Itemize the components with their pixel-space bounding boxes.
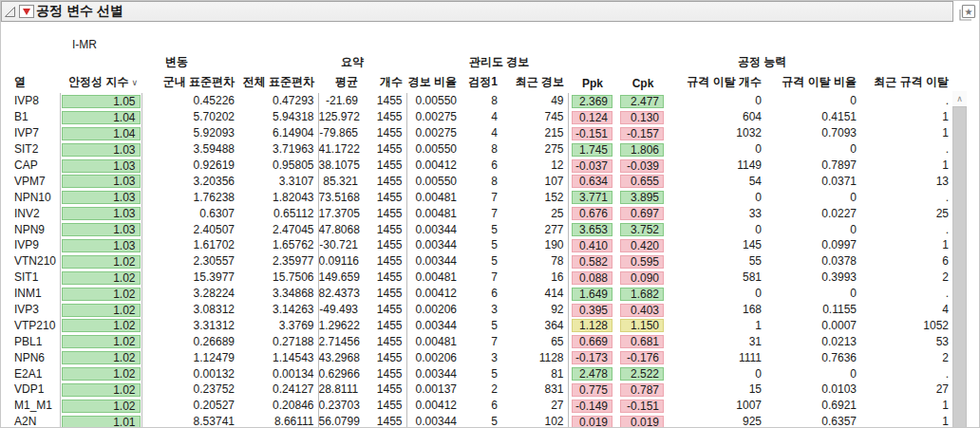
cell-oos_count: 0 <box>669 93 765 109</box>
cell-stability: 1.05 <box>60 93 141 109</box>
cell-ppk: -0.151 <box>568 125 617 141</box>
cell-recent_oos: 4 <box>860 302 952 318</box>
column-header-oos_rate[interactable]: 규격 이탈 비율 <box>765 72 860 93</box>
cell-alarm_rate: 0.00344 <box>406 237 461 253</box>
ppk-value-box: 1.649 <box>572 288 613 301</box>
cell-oos_rate: 0.7636 <box>765 349 860 365</box>
cell-ppk: 0.582 <box>568 253 617 270</box>
column-header-test1[interactable]: 검정1 <box>461 72 501 93</box>
table-row[interactable]: M1_M11.020.205270.208460.2370314550.0041… <box>1 398 952 414</box>
cell-oos_rate: 0.0007 <box>765 317 860 333</box>
cell-col: SIT2 <box>1 141 60 158</box>
table-row[interactable]: NPN91.032.405072.4704547.806814550.00344… <box>1 221 952 237</box>
cell-recent_alarm: 215 <box>501 125 568 141</box>
table-row[interactable]: A2N1.018.537418.6611156.079914550.003445… <box>1 414 952 428</box>
scrollbar-thumb[interactable] <box>952 106 967 428</box>
table-row[interactable]: E2A11.020.001320.001340.6296614550.00344… <box>1 365 952 381</box>
cell-alarm_rate: 0.00275 <box>406 109 461 125</box>
table-row[interactable]: IVP91.031.617021.65762-30.72114550.00344… <box>1 237 952 253</box>
cell-recent_oos: 1 <box>860 158 952 174</box>
cell-overall_sd: 0.65112 <box>238 205 318 221</box>
cell-within_sd: 15.3977 <box>141 270 238 286</box>
column-header-mean[interactable]: 평균 <box>318 72 362 93</box>
cell-count: 1455 <box>362 173 406 189</box>
table-row[interactable]: PBL11.020.266890.271882.7145614550.00481… <box>1 333 952 349</box>
column-header-count[interactable]: 개수 <box>362 72 406 93</box>
cell-test1: 6 <box>461 158 501 174</box>
table-row[interactable]: SIT11.0215.397715.7506149.65914550.00481… <box>1 270 952 286</box>
column-header-recent_oos[interactable]: 최근 규격 이탈 <box>860 72 952 93</box>
column-header-ppk[interactable]: Ppk <box>568 72 617 93</box>
cell-within_sd: 8.53741 <box>141 414 238 428</box>
scrollbar-up-button[interactable]: ∧ <box>952 91 967 106</box>
cell-recent_alarm: 12 <box>501 158 568 174</box>
cell-oos_rate: 0 <box>765 141 860 158</box>
cell-within_sd: 3.31312 <box>141 317 238 333</box>
table-row[interactable]: SIT21.033.594883.7196341.172214550.00550… <box>1 141 952 158</box>
column-header-recent_alarm[interactable]: 최근 경보 <box>501 72 568 93</box>
cell-oos_rate: 0.0997 <box>765 237 860 253</box>
table-row[interactable]: CAP1.030.926190.9580538.107514550.004126… <box>1 158 952 174</box>
table-row[interactable]: VDP11.020.237520.2412728.811114550.00137… <box>1 381 952 398</box>
table-row[interactable]: B11.045.702025.94318125.97214550.0027547… <box>1 109 952 125</box>
stability-value-box: 1.03 <box>62 191 141 204</box>
ppk-value-box: 3.771 <box>572 191 613 204</box>
stability-value-box: 1.02 <box>62 319 141 332</box>
cell-mean: 149.659 <box>318 270 362 286</box>
cell-stability: 1.03 <box>60 141 141 158</box>
cell-recent_oos: 1 <box>860 414 952 428</box>
table-row[interactable]: NPN101.031.762381.8204373.516814550.0048… <box>1 189 952 205</box>
window-dock-button[interactable]: ★ <box>957 4 977 22</box>
cell-ppk: 1.649 <box>568 286 617 302</box>
column-header-col[interactable]: 열 <box>1 72 60 93</box>
star-document-icon: ★ <box>957 4 977 22</box>
cell-cpk: -0.039 <box>617 158 669 174</box>
cell-col: B1 <box>1 109 60 125</box>
stability-value-box: 1.03 <box>62 239 141 252</box>
column-header-cpk[interactable]: Cpk <box>617 72 669 93</box>
table-row[interactable]: INM11.023.282243.3486882.437314550.00412… <box>1 286 952 302</box>
table-row[interactable]: IVP71.045.920936.14904-79.86514550.00275… <box>1 125 952 141</box>
ppk-value-box: 0.634 <box>572 175 613 188</box>
cell-cpk: 3.895 <box>617 189 669 205</box>
stability-value-box: 1.02 <box>62 351 141 364</box>
red-triangle-menu-button[interactable] <box>19 5 34 18</box>
cell-mean: 28.8111 <box>318 381 362 398</box>
table-row[interactable]: VTP2101.023.313123.37691.2962214550.0034… <box>1 317 952 333</box>
table-row[interactable]: INV21.030.63070.6511217.370514550.004817… <box>1 205 952 221</box>
table-row[interactable]: VPM71.033.203563.310785.32114550.0055081… <box>1 173 952 189</box>
cell-test1: 5 <box>461 237 501 253</box>
cell-oos_rate: 0.0213 <box>765 333 860 349</box>
cell-oos_count: 33 <box>669 205 765 221</box>
column-header-stability[interactable]: 안정성 지수∨ <box>60 72 141 93</box>
cell-overall_sd: 3.3769 <box>238 317 318 333</box>
cell-stability: 1.02 <box>60 349 141 365</box>
cell-alarm_rate: 0.00275 <box>406 125 461 141</box>
cell-within_sd: 5.70202 <box>141 109 238 125</box>
column-header-within_sd[interactable]: 군내 표준편차 <box>141 72 238 93</box>
disclosure-triangle-icon[interactable] <box>4 6 16 18</box>
cell-within_sd: 1.12479 <box>141 349 238 365</box>
cell-overall_sd: 3.34868 <box>238 286 318 302</box>
ppk-value-box: 0.410 <box>572 239 613 252</box>
cell-mean: 38.1075 <box>318 158 362 174</box>
cell-within_sd: 1.76238 <box>141 189 238 205</box>
cell-mean: 2.71456 <box>318 333 362 349</box>
cell-cpk: 0.787 <box>617 381 669 398</box>
vertical-scrollbar[interactable]: ∧ <box>952 91 967 428</box>
cell-cpk: 1.806 <box>617 141 669 158</box>
table-row[interactable]: IVP31.023.083123.14263-49.49314550.00206… <box>1 302 952 318</box>
group-header-variation: 변동 <box>141 54 318 72</box>
cell-recent_alarm: 107 <box>501 173 568 189</box>
column-header-overall_sd[interactable]: 전체 표준편차 <box>238 72 318 93</box>
table-row[interactable]: NPN61.021.124791.1454343.296814550.00206… <box>1 349 952 365</box>
cell-mean: 0.23703 <box>318 398 362 414</box>
cell-overall_sd: 1.14543 <box>238 349 318 365</box>
cell-count: 1455 <box>362 270 406 286</box>
column-header-oos_count[interactable]: 규격 이탈 개수 <box>669 72 765 93</box>
table-row[interactable]: IVP81.050.452260.47293-21.6914550.005508… <box>1 93 952 109</box>
cell-count: 1455 <box>362 158 406 174</box>
column-header-alarm_rate[interactable]: 경보 비율 <box>406 72 461 93</box>
table-row[interactable]: VTN2101.022.305572.359770.0911614550.003… <box>1 253 952 270</box>
cell-oos_count: 54 <box>669 173 765 189</box>
